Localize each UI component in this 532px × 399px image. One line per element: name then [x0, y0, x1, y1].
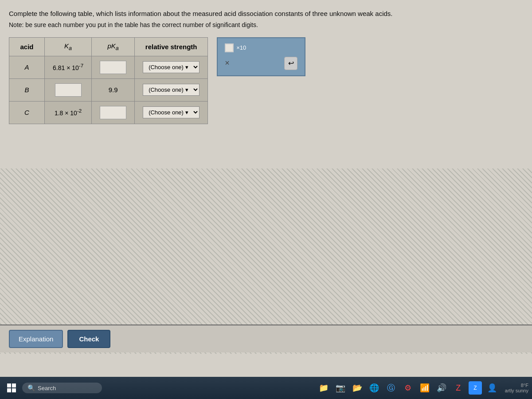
start-button[interactable] [4, 380, 20, 396]
instruction-line2: Note: be sure each number you put in the… [9, 21, 523, 28]
acid-b-ka-input[interactable] [55, 83, 82, 97]
acid-b-ka-cell[interactable] [45, 78, 92, 101]
acid-b-pka: 9.9 [92, 78, 135, 101]
file-explorer-icon[interactable]: 📁 [317, 381, 330, 395]
taskbar-search-icon: 🔍 [27, 384, 35, 391]
acid-c-pka-input[interactable] [100, 106, 126, 119]
acid-a-pka-cell[interactable] [92, 56, 135, 78]
bottom-buttons-bar: Explanation Check [0, 325, 532, 352]
table-row: C 1.8 × 10-2 (Choose one) ▾ strongest we… [9, 101, 208, 124]
explanation-button[interactable]: Explanation [9, 330, 63, 348]
folder-icon[interactable]: 📂 [351, 381, 364, 395]
wifi-icon[interactable]: 📶 [418, 381, 431, 395]
profile-icon[interactable]: 👤 [485, 381, 499, 395]
weather-desc: artly sunny [505, 388, 528, 393]
acid-c-label: C [9, 101, 45, 124]
table-row: B 9.9 (Choose one) ▾ strongest weakest m… [9, 78, 208, 101]
acid-a-pka-input[interactable] [100, 61, 126, 74]
col-header-pka: pKa [92, 37, 135, 56]
x10-label: ×10 [236, 44, 246, 51]
col-header-strength: relative strength [135, 37, 208, 56]
acid-b-label: B [9, 78, 45, 101]
table-row: A 6.81 × 10-7 (Choose one) ▾ strongest w… [9, 56, 208, 78]
acid-a-label: A [9, 56, 45, 78]
weather-temp: 8°F [505, 383, 528, 388]
acid-a-strength-select[interactable]: (Choose one) ▾ strongest weakest middle [143, 61, 200, 73]
popup-undo-button[interactable]: ↩ [284, 57, 297, 70]
x10-checkbox[interactable] [225, 43, 234, 52]
edge-browser-icon[interactable]: 🌐 [368, 381, 381, 395]
camera-icon[interactable]: 📷 [334, 381, 347, 395]
acid-c-pka-cell[interactable] [92, 101, 135, 124]
acid-b-strength-select[interactable]: (Choose one) ▾ strongest weakest middle [143, 84, 200, 96]
chrome-icon[interactable]: Ⓖ [384, 381, 398, 395]
main-content: Complete the following table, which list… [0, 0, 532, 377]
taskbar: 🔍 Search 📁 📷 📂 🌐 Ⓖ ⚙ 📶 🔊 Z Z 👤 8°F artly… [0, 377, 532, 399]
acid-c-strength-select[interactable]: (Choose one) ▾ strongest weakest middle [143, 106, 200, 118]
taskbar-search-bar[interactable]: 🔍 Search [22, 383, 102, 393]
table-section: acid Ka pKa relative strength A 6.81 × 1… [9, 37, 523, 124]
x10-popup: ×10 × ↩ [217, 37, 305, 76]
volume-icon[interactable]: 🔊 [435, 381, 448, 395]
weather-info: 8°F artly sunny [505, 383, 528, 393]
taskbar-icons-group: 📁 📷 📂 🌐 Ⓖ ⚙ 📶 🔊 Z Z 👤 [317, 381, 499, 395]
instruction-line1: Complete the following table, which list… [9, 9, 523, 19]
col-header-ka: Ka [45, 37, 92, 56]
popup-close-button[interactable]: × [225, 59, 230, 68]
acid-c-ka: 1.8 × 10-2 [45, 101, 92, 124]
acid-a-strength-cell[interactable]: (Choose one) ▾ strongest weakest middle [135, 56, 208, 78]
zoom-icon[interactable]: Z [469, 381, 482, 395]
check-button[interactable]: Check [67, 330, 110, 348]
settings-icon[interactable]: ⚙ [401, 381, 415, 395]
acid-table: acid Ka pKa relative strength A 6.81 × 1… [9, 37, 208, 124]
acid-c-strength-cell[interactable]: (Choose one) ▾ strongest weakest middle [135, 101, 208, 124]
acid-a-ka: 6.81 × 10-7 [45, 56, 92, 78]
windows-logo-icon [7, 383, 16, 392]
col-header-acid: acid [9, 37, 45, 56]
taskbar-search-label: Search [38, 385, 56, 391]
acid-b-strength-cell[interactable]: (Choose one) ▾ strongest weakest middle [135, 78, 208, 101]
x10-row: ×10 [225, 43, 297, 52]
popup-buttons-row: × ↩ [225, 57, 297, 70]
antivirus-icon[interactable]: Z [452, 381, 465, 395]
